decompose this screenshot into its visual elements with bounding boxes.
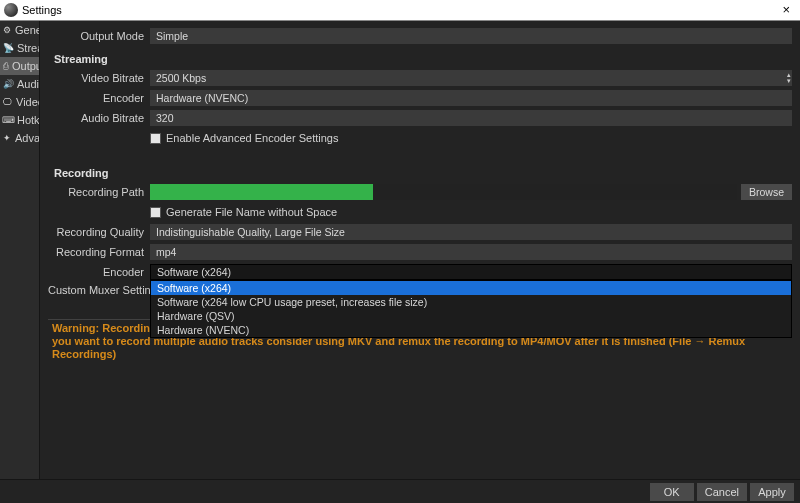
apply-button[interactable]: Apply — [750, 483, 794, 501]
footer: OK Cancel Apply — [0, 479, 800, 503]
keyboard-icon: ⌨ — [3, 115, 13, 125]
recording-encoder-select[interactable]: Software (x264) Software (x264) Software… — [150, 264, 792, 280]
sidebar-item-label: Output — [12, 60, 40, 72]
checkbox-icon[interactable] — [150, 133, 161, 144]
sidebar-item-label: Video — [16, 96, 40, 108]
video-bitrate-input[interactable]: 2500 Kbps ▴▾ — [150, 70, 792, 86]
monitor-icon: 🖵 — [3, 97, 12, 107]
custom-muxer-label: Custom Muxer Settings — [48, 284, 150, 296]
recording-format-select[interactable]: mp4 — [150, 244, 792, 260]
window-title: Settings — [22, 4, 776, 16]
sidebar-item-label: General — [15, 24, 40, 36]
video-bitrate-label: Video Bitrate — [48, 72, 150, 84]
sidebar-item-general[interactable]: ⚙ General — [0, 21, 39, 39]
advanced-icon: ✦ — [3, 133, 11, 143]
sidebar-item-label: Stream — [17, 42, 40, 54]
spin-icon[interactable]: ▴▾ — [787, 70, 791, 86]
gear-icon: ⚙ — [3, 25, 11, 35]
output-mode-select[interactable]: Simple — [150, 28, 792, 44]
recording-path-input[interactable] — [150, 184, 737, 200]
settings-window: Settings × ⚙ General 📡 Stream ⎙ Output 🔊… — [0, 0, 800, 503]
sidebar-item-label: Advanced — [15, 132, 40, 144]
output-mode-label: Output Mode — [48, 30, 150, 42]
sidebar-item-audio[interactable]: 🔊 Audio — [0, 75, 39, 93]
streaming-heading: Streaming — [48, 47, 792, 69]
audio-bitrate-select[interactable]: 320 — [150, 110, 792, 126]
encoder-option[interactable]: Hardware (QSV) — [151, 309, 791, 323]
sidebar-item-video[interactable]: 🖵 Video — [0, 93, 39, 111]
encoder-option[interactable]: Software (x264 low CPU usage preset, inc… — [151, 295, 791, 309]
sidebar-item-label: Audio — [17, 78, 40, 90]
output-icon: ⎙ — [3, 61, 8, 71]
sidebar: ⚙ General 📡 Stream ⎙ Output 🔊 Audio 🖵 Vi… — [0, 21, 40, 479]
main-panel: Output Mode Simple Streaming Video Bitra… — [40, 21, 800, 479]
speaker-icon: 🔊 — [3, 79, 13, 89]
recording-format-label: Recording Format — [48, 246, 150, 258]
sidebar-item-advanced[interactable]: ✦ Advanced — [0, 129, 39, 147]
sidebar-item-stream[interactable]: 📡 Stream — [0, 39, 39, 57]
audio-bitrate-value: 320 — [156, 112, 174, 124]
ok-button[interactable]: OK — [650, 483, 694, 501]
encoder-dropdown-list: Software (x264) Software (x264 low CPU u… — [150, 280, 792, 338]
streaming-encoder-select[interactable]: Hardware (NVENC) — [150, 90, 792, 106]
recording-path-label: Recording Path — [48, 186, 150, 198]
generate-filename-checkbox-row[interactable]: Generate File Name without Space — [150, 206, 337, 218]
recording-encoder-value: Software (x264) — [157, 266, 231, 278]
recording-quality-label: Recording Quality — [48, 226, 150, 238]
recording-encoder-label: Encoder — [48, 266, 150, 278]
titlebar: Settings × — [0, 0, 800, 20]
sidebar-item-label: Hotkeys — [17, 114, 40, 126]
recording-quality-value: Indistinguishable Quality, Large File Si… — [156, 226, 345, 238]
sidebar-item-hotkeys[interactable]: ⌨ Hotkeys — [0, 111, 39, 129]
adv-encoder-checkbox-label: Enable Advanced Encoder Settings — [166, 132, 338, 144]
recording-quality-select[interactable]: Indistinguishable Quality, Large File Si… — [150, 224, 792, 240]
video-bitrate-value: 2500 Kbps — [156, 72, 206, 84]
browse-button[interactable]: Browse — [741, 184, 792, 200]
streaming-encoder-label: Encoder — [48, 92, 150, 104]
antenna-icon: 📡 — [3, 43, 13, 53]
app-icon — [4, 3, 18, 17]
sidebar-item-output[interactable]: ⎙ Output — [0, 57, 39, 75]
close-button[interactable]: × — [776, 3, 796, 17]
encoder-option[interactable]: Software (x264) — [151, 281, 791, 295]
checkbox-icon[interactable] — [150, 207, 161, 218]
adv-encoder-checkbox-row[interactable]: Enable Advanced Encoder Settings — [150, 132, 338, 144]
streaming-encoder-value: Hardware (NVENC) — [156, 92, 248, 104]
audio-bitrate-label: Audio Bitrate — [48, 112, 150, 124]
recording-heading: Recording — [48, 161, 792, 183]
recording-format-value: mp4 — [156, 246, 176, 258]
cancel-button[interactable]: Cancel — [697, 483, 747, 501]
encoder-option[interactable]: Hardware (NVENC) — [151, 323, 791, 337]
generate-filename-label: Generate File Name without Space — [166, 206, 337, 218]
output-mode-value: Simple — [156, 30, 188, 42]
